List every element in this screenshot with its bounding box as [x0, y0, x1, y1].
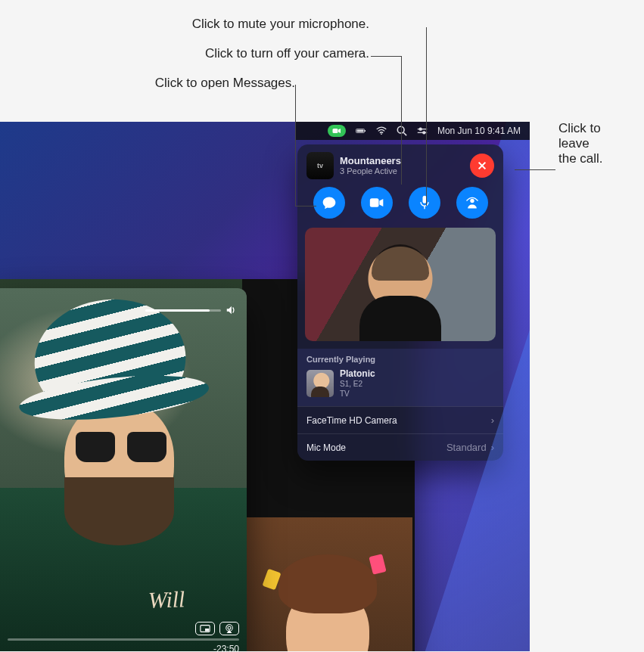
battery-icon[interactable] [356, 126, 366, 136]
control-center-icon[interactable] [417, 126, 428, 136]
callout-camera-off: Click to turn off your camera. [112, 46, 369, 61]
now-playing-source: TV [340, 390, 375, 399]
svg-point-10 [423, 132, 425, 134]
svg-point-21 [470, 199, 474, 203]
leave-call-button[interactable] [470, 154, 494, 178]
mute-button[interactable] [409, 187, 440, 219]
chevron-right-icon: › [491, 414, 494, 426]
time-remaining: -23:50 [213, 644, 239, 651]
wifi-icon[interactable] [376, 126, 387, 136]
camera-select-row[interactable]: FaceTime HD Camera › [297, 406, 503, 433]
video-frame: Will [0, 288, 247, 651]
svg-point-14 [228, 626, 231, 629]
menubar: Mon Jun 10 9:41 AM [295, 122, 530, 140]
messages-button[interactable] [313, 187, 345, 219]
close-icon [477, 160, 487, 171]
camera-name: FaceTime HD Camera [306, 415, 397, 426]
facetime-menu-icon[interactable] [328, 125, 346, 137]
now-playing-title: Platonic [340, 368, 375, 380]
now-playing-label: Currently Playing [306, 355, 494, 364]
svg-rect-12 [205, 629, 209, 632]
callout-open-messages: Click to open Messages. [83, 76, 295, 91]
mic-mode-row[interactable]: Mic Mode Standard › [297, 433, 503, 461]
mic-mode-value: Standard [446, 442, 487, 453]
svg-rect-19 [422, 196, 426, 203]
group-name: Mountaneers [340, 155, 464, 167]
self-preview[interactable] [305, 228, 496, 341]
participant-tile[interactable] [242, 517, 412, 651]
group-status: 3 People Active [340, 166, 464, 176]
svg-rect-3 [356, 130, 363, 132]
shareplay-button[interactable] [456, 187, 488, 219]
seek-bar[interactable] [8, 638, 239, 641]
now-playing-thumbnail [306, 370, 334, 397]
camera-button[interactable] [361, 187, 393, 219]
svg-rect-2 [365, 130, 366, 132]
callout-leave-call: Click to leave the call. [558, 121, 603, 166]
svg-rect-18 [369, 198, 378, 207]
spotlight-icon[interactable] [397, 126, 407, 136]
desktop: Mon Jun 10 9:41 AM Will [0, 122, 530, 651]
volume-icon [226, 305, 236, 315]
shareplay-icon [465, 195, 480, 210]
mic-mode-label: Mic Mode [306, 442, 346, 453]
menubar-datetime[interactable]: Mon Jun 10 9:41 AM [437, 126, 521, 136]
messages-icon [322, 195, 337, 210]
chevron-right-icon: › [491, 442, 494, 453]
now-playing-episode: S1, E2 [340, 380, 375, 390]
video-icon [369, 195, 384, 210]
microphone-icon [417, 195, 432, 210]
pip-icon[interactable] [195, 622, 215, 635]
volume-slider[interactable] [145, 305, 236, 315]
video-player-window[interactable]: Will -23:50 [0, 288, 247, 651]
now-playing-section[interactable]: Currently Playing Platonic S1, E2 TV [297, 349, 503, 406]
svg-point-5 [397, 126, 404, 133]
shareplay-app-icon [306, 152, 334, 179]
svg-point-8 [419, 128, 422, 130]
jacket-embroidery-text: Will [148, 586, 185, 613]
svg-rect-0 [332, 129, 338, 133]
svg-point-4 [381, 133, 382, 135]
airplay-icon[interactable] [219, 622, 239, 635]
svg-line-6 [403, 132, 406, 135]
callout-mute-mic: Click to mute your microphone. [112, 17, 369, 32]
facetime-control-panel: Mountaneers 3 People Active Currentl [297, 144, 503, 461]
